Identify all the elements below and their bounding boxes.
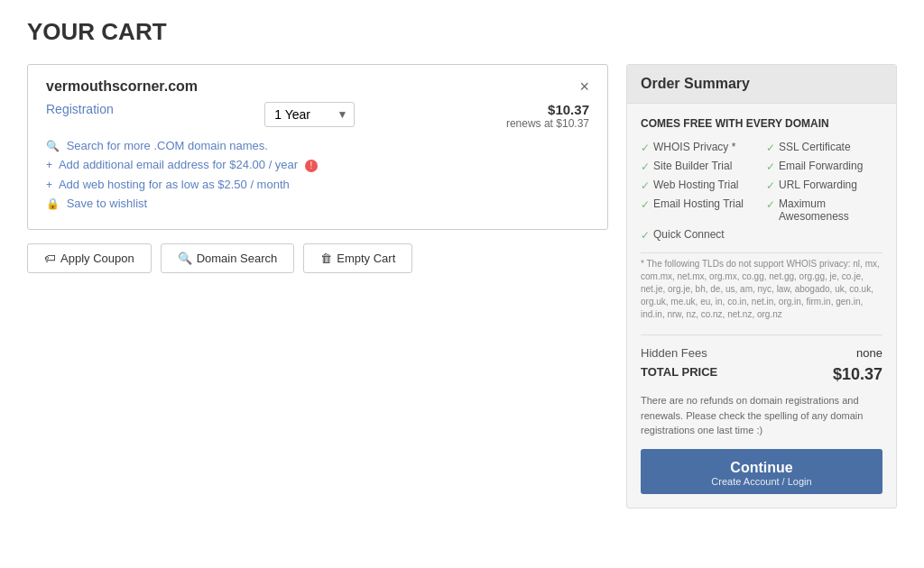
check-icon-4: ✓	[766, 160, 775, 173]
search-icon: 🔍	[46, 140, 60, 152]
feature-quick-connect: ✓ Quick Connect	[641, 228, 757, 242]
page-title: YOUR CART	[27, 18, 897, 46]
hidden-fees-label: Hidden Fees	[641, 346, 707, 360]
registration-label: Registration	[46, 102, 114, 116]
feature-whois: ✓ WHOIS Privacy *	[641, 141, 757, 154]
hidden-fees-value: none	[856, 346, 882, 360]
domain-name: vermouthscorner.com	[46, 78, 198, 95]
check-icon-6: ✓	[766, 179, 775, 192]
trash-icon: 🗑	[320, 252, 332, 265]
plus-icon: +	[46, 159, 52, 171]
add-hosting-link[interactable]: + Add web hosting for as low as $2.50 / …	[46, 178, 589, 191]
total-price-label: TOTAL PRICE	[641, 365, 717, 384]
check-icon-9: ✓	[641, 229, 650, 242]
order-summary-panel: Order Summary COMES FREE WITH EVERY DOMA…	[626, 64, 897, 508]
info-icon: !	[305, 160, 318, 172]
hidden-fees-row: Hidden Fees none	[641, 346, 882, 360]
domain-search-button[interactable]: 🔍 Domain Search	[161, 243, 295, 273]
add-email-link[interactable]: + Add additional email address for $24.0…	[46, 158, 589, 172]
close-button[interactable]: ×	[579, 78, 589, 95]
continue-label: Continue	[650, 460, 873, 476]
check-icon-8: ✓	[766, 198, 775, 211]
renewal-price: renews at $10.37	[506, 117, 589, 130]
check-icon: ✓	[641, 142, 650, 154]
year-select[interactable]: 1 Year 2 Years 3 Years 5 Years	[264, 102, 355, 127]
feature-site-builder: ✓ Site Builder Trial	[641, 160, 757, 173]
check-icon-5: ✓	[641, 179, 650, 192]
no-refund-note: There are no refunds on domain registrat…	[641, 393, 882, 438]
free-section-title: COMES FREE WITH EVERY DOMAIN	[641, 117, 882, 130]
total-price-row: TOTAL PRICE $10.37	[641, 365, 882, 384]
feature-url-forwarding: ✓ URL Forwarding	[766, 179, 882, 192]
feature-ssl: ✓ SSL Certificate	[766, 141, 882, 154]
check-icon-2: ✓	[766, 142, 775, 154]
create-account-label: Create Account / Login	[650, 476, 873, 487]
cart-item: vermouthscorner.com × Registration 1 Yea…	[27, 64, 608, 230]
tag-icon: 🏷	[44, 252, 56, 265]
feature-max-awesomeness: ✓ Maximum Awesomeness	[766, 197, 882, 223]
order-summary-title: Order Summary	[627, 65, 896, 104]
check-icon-7: ✓	[641, 198, 650, 211]
whois-footnote: * The following TLDs do not support WHOI…	[641, 252, 882, 321]
lock-icon: 🔒	[46, 197, 60, 210]
year-select-wrapper: 1 Year 2 Years 3 Years 5 Years ▼	[264, 102, 355, 127]
feature-email-hosting: ✓ Email Hosting Trial	[641, 197, 757, 223]
cart-section: vermouthscorner.com × Registration 1 Yea…	[27, 64, 608, 508]
features-grid: ✓ WHOIS Privacy * ✓ SSL Certificate ✓ Si…	[641, 141, 882, 242]
feature-email-forwarding: ✓ Email Forwarding	[766, 160, 882, 173]
search-com-link[interactable]: 🔍 Search for more .COM domain names.	[46, 139, 589, 152]
cart-buttons: 🏷 Apply Coupon 🔍 Domain Search 🗑 Empty C…	[27, 243, 608, 273]
plus-icon-2: +	[46, 179, 52, 191]
empty-cart-button[interactable]: 🗑 Empty Cart	[303, 243, 412, 273]
pricing-section: Hidden Fees none TOTAL PRICE $10.37 Ther…	[641, 334, 882, 494]
total-price-value: $10.37	[833, 365, 882, 384]
item-price: $10.37	[506, 102, 589, 117]
save-wishlist-link[interactable]: 🔒 Save to wishlist	[46, 197, 589, 210]
feature-web-hosting: ✓ Web Hosting Trial	[641, 179, 757, 192]
cart-links: 🔍 Search for more .COM domain names. + A…	[46, 139, 589, 210]
apply-coupon-button[interactable]: 🏷 Apply Coupon	[27, 243, 152, 273]
search-icon-2: 🔍	[178, 252, 192, 265]
continue-button[interactable]: Continue Create Account / Login	[641, 449, 882, 494]
check-icon-3: ✓	[641, 160, 650, 173]
